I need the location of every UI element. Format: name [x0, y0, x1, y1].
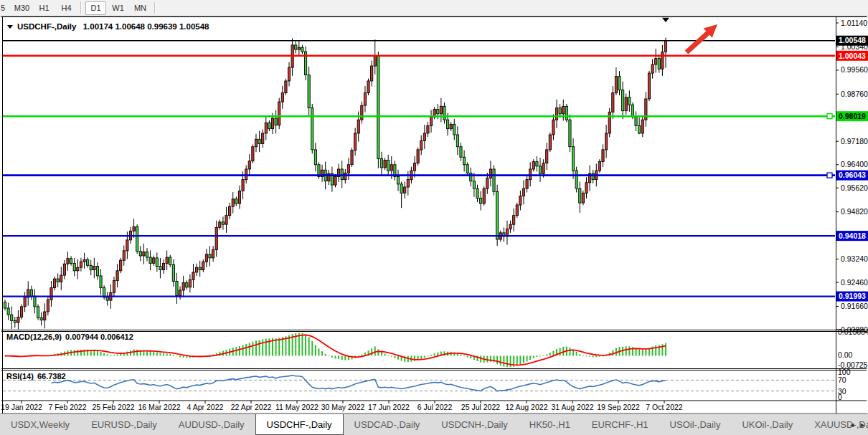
tab-usdchf-daily[interactable]: USDCHF-,Daily — [255, 414, 344, 435]
timeframe-button-m30[interactable]: M30 — [11, 1, 32, 15]
tab-scroll-buttons: ◄ ► — [849, 414, 866, 435]
price-axis-tick: 0.95620 — [841, 183, 868, 192]
price-label-box: 0.98019 — [839, 112, 866, 120]
timeframe-button-5[interactable]: 5 — [0, 1, 10, 15]
date-axis-label: 30 May 2022 — [321, 403, 365, 411]
tab-eurusd-daily[interactable]: EURUSD-,Daily — [80, 414, 168, 435]
rsi-axis-label: 70 — [838, 376, 846, 384]
date-axis-label: 19 Sep 2022 — [597, 403, 640, 411]
rsi-axis-label: 0 — [838, 393, 842, 401]
macd-axis-label: 0.00 — [838, 350, 853, 359]
timeframe-toolbar: 5M30H1H4D1W1MN — [0, 0, 868, 16]
timeframe-button-w1[interactable]: W1 — [108, 1, 128, 15]
price-axis-tick: 0.92460 — [841, 278, 868, 287]
price-axis-tick: 0.97180 — [841, 137, 868, 145]
macd-label: MACD(12,26,9)0.007944 0.006412 — [6, 333, 133, 341]
chart-title: USDCHF-,Daily 1.00174 1.00648 0.99639 1.… — [7, 22, 209, 31]
price-axis-tick: 0.91660 — [841, 302, 868, 310]
tab-usdcnh-daily[interactable]: USDCNH-,Daily — [430, 414, 518, 435]
price-label-box: 1.00043 — [839, 52, 866, 60]
date-axis-label: 17 Jun 2022 — [368, 403, 410, 411]
tab-audusd-daily[interactable]: AUDUSD-,Daily — [168, 414, 255, 435]
price-axis-tick: 1.01140 — [841, 19, 867, 27]
chart-surface[interactable]: 1.005481.000430.980190.960430.940180.919… — [0, 0, 868, 435]
rsi-axis-label: 100 — [838, 368, 851, 376]
date-axis-label: 25 Feb 2022 — [93, 403, 135, 411]
date-axis-label: 19 Jan 2022 — [1, 403, 42, 411]
price-axis-tick: 0.96400 — [841, 160, 868, 168]
toolbar-separator — [154, 2, 156, 14]
price-axis-tick: 1.00340 — [841, 42, 868, 51]
tab-scroll-right-icon[interactable]: ► — [859, 421, 866, 429]
timeframe-button-h4[interactable]: H4 — [56, 1, 77, 15]
price-axis-tick: 0.93240 — [841, 254, 868, 263]
timeframe-button-d1[interactable]: D1 — [85, 1, 106, 15]
date-axis-label: 25 Jul 2022 — [461, 403, 500, 411]
timeframe-button-h1[interactable]: H1 — [34, 1, 55, 15]
tab-usdx-weekly[interactable]: USDX,Weekly — [0, 414, 80, 435]
price-axis-tick: 0.94820 — [841, 207, 868, 216]
tab-usdcad-daily[interactable]: USDCAD-,Daily — [344, 414, 431, 435]
tab-scroll-left-icon[interactable]: ◄ — [849, 421, 855, 429]
tab-usoil-daily[interactable]: USOil-,Daily — [659, 414, 732, 435]
timeframe-button-mn[interactable]: MN — [130, 1, 151, 15]
macd-current-values: 0.007944 0.006412 — [65, 333, 133, 341]
line-selection-handle[interactable] — [827, 173, 832, 178]
svg-text:USDCHF-,Daily 1.00174: USDCHF-,Daily 1.00174 1.00648 0.99639 1.… — [17, 22, 209, 31]
mt4-terminal: { "toolbar": { "timeframes": [ {"label":… — [0, 0, 868, 435]
price-label-box: 0.96043 — [839, 171, 866, 179]
macd-axis-label: 0.015654 — [838, 328, 868, 336]
date-axis-label: 7 Oct 2022 — [646, 403, 683, 411]
date-axis-label: 31 Aug 2022 — [552, 403, 594, 411]
date-axis-label: 12 Aug 2022 — [506, 403, 548, 411]
chart-symbol-label: USDCHF-,Daily — [17, 22, 77, 31]
tab-ukoil-daily[interactable]: UKOil-,Daily — [731, 414, 803, 435]
price-label-box: 0.91993 — [839, 292, 866, 300]
date-axis-label: 16 Mar 2022 — [138, 403, 181, 411]
date-axis-label: 4 Apr 2022 — [187, 403, 224, 411]
date-axis-label: 22 Apr 2022 — [231, 403, 272, 411]
date-axis-label: 11 May 2022 — [275, 403, 319, 411]
tab-eurchf-h1[interactable]: EURCHF-,H1 — [581, 414, 659, 435]
date-axis-label: 7 Feb 2022 — [48, 403, 86, 411]
date-axis-label: 6 Jul 2022 — [418, 403, 453, 411]
symbol-tab-bar: USDX,WeeklyEURUSD-,DailyAUDUSD-,DailyUSD… — [0, 414, 868, 435]
price-label-box: 0.94018 — [839, 231, 866, 240]
tab-hk50-h1[interactable]: HK50-,H1 — [519, 414, 581, 435]
chart-ohlc-values: 1.00174 1.00648 0.99639 1.00548 — [83, 22, 209, 31]
toolbar-separator — [80, 2, 82, 14]
rsi-current-value: 66.7382 — [37, 372, 66, 381]
line-selection-handle[interactable] — [827, 114, 832, 119]
price-axis-tick: 0.98760 — [841, 90, 868, 98]
date-axis: 19 Jan 20227 Feb 202225 Feb 202216 Mar 2… — [1, 401, 683, 411]
price-axis-tick: 0.99560 — [841, 65, 868, 74]
